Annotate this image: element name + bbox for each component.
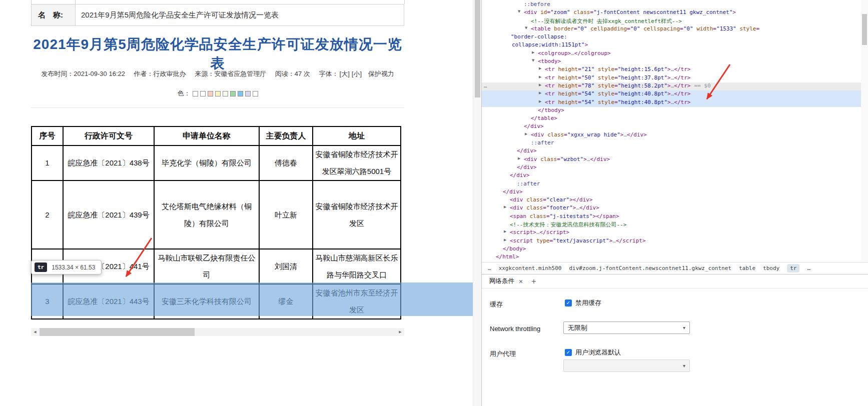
devtools-node[interactable]: ▶<script>…</script>: [482, 229, 861, 237]
disclosure-collapsed-icon[interactable]: ▶: [532, 50, 534, 54]
disclosure-collapsed-icon[interactable]: ▶: [539, 91, 541, 95]
elements-tree: ::before▼<div id="zoom" class="j-fontCon…: [482, 1, 861, 262]
devtools-node[interactable]: …▶<tr height="78" style="height:58.2pt">…: [482, 82, 861, 90]
code-token: …: [571, 50, 574, 56]
devtools-scrollbar-thumb[interactable]: [862, 14, 867, 45]
devtools-node[interactable]: <!--技术支持：安徽龙讯信息科技有限公司-->: [482, 221, 861, 229]
disclosure-collapsed-icon[interactable]: ▶: [518, 156, 520, 160]
disclosure-collapsed-icon[interactable]: ▶: [539, 66, 541, 70]
devtools-node[interactable]: collapse;width:1151pt">: [482, 42, 861, 50]
devtools-node[interactable]: </html>: [482, 254, 861, 262]
disclosure-collapsed-icon[interactable]: ▶: [539, 75, 541, 79]
code-token: …: [536, 229, 540, 236]
code-token: "j-sitestats": [550, 213, 593, 220]
breadcrumb-item[interactable]: div#zoom.j-fontContent.newscontnet11.gkw…: [569, 265, 731, 272]
breadcrumb-item[interactable]: tr: [787, 264, 799, 272]
devtools-node[interactable]: ▶<tr height="54" style="height:40.8pt">……: [482, 99, 861, 107]
devtools-node[interactable]: </tbody>: [482, 107, 861, 115]
disclosure-expanded-icon[interactable]: ▼: [518, 10, 520, 14]
page-vertical-scrollbar-thumb[interactable]: [475, 0, 480, 98]
devtools-node[interactable]: </table>: [482, 115, 861, 123]
devtools-panel: ::before▼<div id="zoom" class="j-fontCon…: [481, 0, 868, 406]
color-swatch[interactable]: [223, 91, 228, 96]
devtools-node[interactable]: ::after: [482, 180, 861, 188]
code-token: >: [585, 42, 588, 48]
devtools-node[interactable]: </div>: [482, 148, 861, 156]
disclosure-collapsed-icon[interactable]: ▶: [504, 205, 506, 209]
color-swatch[interactable]: [238, 91, 243, 96]
breadcrumb-item[interactable]: tbody: [763, 265, 779, 272]
scroll-right-button[interactable]: ▶: [396, 328, 404, 336]
disclosure-collapsed-icon[interactable]: ▶: [539, 100, 541, 104]
tab-network-conditions[interactable]: 网络条件 ×: [482, 274, 528, 288]
code-token: ::before: [524, 1, 550, 8]
devtools-node[interactable]: <span class="j-sitestats"></span>: [482, 213, 861, 221]
horizontal-scrollbar-thumb[interactable]: [40, 328, 195, 336]
code-token: >: [583, 156, 587, 162]
devtools-node[interactable]: ::after: [482, 140, 861, 148]
gutter-menu-icon[interactable]: …: [484, 82, 487, 89]
code-token: =: [578, 66, 581, 72]
devtools-node[interactable]: ▶<script type="text/javascript">…</scrip…: [482, 238, 861, 246]
devtools-node[interactable]: ▶<tr height="54" style="height:40.8pt">……: [482, 90, 861, 98]
disable-cache-checkbox[interactable]: ✓ 禁用缓存: [565, 298, 601, 308]
devtools-node[interactable]: ▼<div id="zoom" class="j-fontContent new…: [482, 9, 861, 17]
disclosure-expanded-icon[interactable]: ▼: [525, 26, 527, 30]
code-token: [594, 99, 598, 106]
code-token: style: [598, 66, 614, 72]
disclosure-collapsed-icon[interactable]: ▶: [525, 132, 527, 136]
devtools-node[interactable]: ▼<table border="0" cellpadding="0" cells…: [482, 26, 861, 34]
color-swatch[interactable]: [253, 91, 258, 96]
color-swatch[interactable]: [200, 91, 206, 96]
code-token: =: [546, 213, 550, 220]
close-icon[interactable]: ×: [519, 278, 523, 285]
devtools-node[interactable]: ::before: [482, 1, 861, 9]
disclosure-collapsed-icon[interactable]: ▶: [504, 230, 506, 234]
devtools-node[interactable]: </body>: [482, 246, 861, 254]
webpage-pane: 名 称: 2021年9月第5周危险化学品安全生产许可证发放情况一览表 2021年…: [0, 0, 473, 406]
devtools-scrollbar[interactable]: [861, 0, 868, 262]
eye-protect-button[interactable]: 保护视力: [368, 70, 394, 78]
checkbox-checked-icon[interactable]: ✓: [565, 300, 572, 306]
devtools-node[interactable]: </div>: [482, 123, 861, 131]
disclosure-collapsed-icon[interactable]: ▶: [539, 83, 541, 87]
page-vertical-scrollbar[interactable]: [473, 0, 481, 406]
devtools-node[interactable]: </div>: [482, 188, 861, 196]
devtools-node[interactable]: <div class="clear"></div>: [482, 196, 861, 204]
color-swatch[interactable]: [215, 91, 221, 96]
devtools-node[interactable]: </div>: [482, 164, 861, 172]
code-token: >: [667, 99, 671, 106]
checkbox-checked-icon[interactable]: ✓: [565, 349, 572, 356]
add-tab-icon[interactable]: +: [531, 278, 536, 286]
scroll-left-button[interactable]: ◀: [31, 328, 39, 336]
font-large-button[interactable]: [大]: [340, 70, 350, 78]
color-swatch[interactable]: [245, 91, 251, 96]
devtools-node[interactable]: ▶<div class="footer">…</div>: [482, 204, 861, 212]
breadcrumb-item[interactable]: …: [807, 265, 810, 272]
table-cell: 皖应急准〔2021〕439号: [63, 180, 154, 249]
devtools-node[interactable]: ▶<div class="xgxx_wrap hide">…</div>: [482, 132, 861, 140]
breadcrumb-item[interactable]: xxgkcontent.minh500: [499, 265, 562, 272]
ua-default-checkbox[interactable]: ✓ 用户浏览器默认: [565, 348, 621, 357]
devtools-node[interactable]: </div>: [482, 172, 861, 180]
disclosure-collapsed-icon[interactable]: ▶: [504, 238, 506, 242]
disclosure-expanded-icon[interactable]: ▼: [532, 58, 534, 62]
breadcrumb-item[interactable]: table: [739, 265, 755, 272]
font-small-button[interactable]: [小]: [352, 70, 362, 78]
devtools-node[interactable]: ▶<colgroup>…</colgroup>: [482, 50, 861, 58]
breadcrumb-item[interactable]: …: [488, 265, 491, 272]
color-swatch[interactable]: [208, 91, 213, 96]
devtools-node[interactable]: ▼<tbody>: [482, 58, 861, 66]
devtools-node[interactable]: ▶<tr height="50" style="height:37.8pt">……: [482, 74, 861, 82]
color-swatch[interactable]: [230, 91, 236, 96]
devtools-node[interactable]: <!--没有解读或者文件时 去掉xxgk_contnetleft样式-->: [482, 18, 861, 26]
network-throttling-select[interactable]: 无限制 ▾: [563, 322, 690, 334]
devtools-node[interactable]: "border-collapse:: [482, 34, 861, 42]
code-token: </div>: [524, 123, 544, 130]
font-size-label: 字体：: [319, 70, 339, 78]
horizontal-scrollbar[interactable]: ◀ ▶: [31, 328, 404, 336]
color-swatch[interactable]: [193, 91, 198, 96]
devtools-node[interactable]: ▶<div class="wzbot">…</div>: [482, 156, 861, 164]
code-token: >: [667, 66, 671, 72]
devtools-node[interactable]: ▶<tr height="21" style="height:15.6pt">……: [482, 66, 861, 74]
